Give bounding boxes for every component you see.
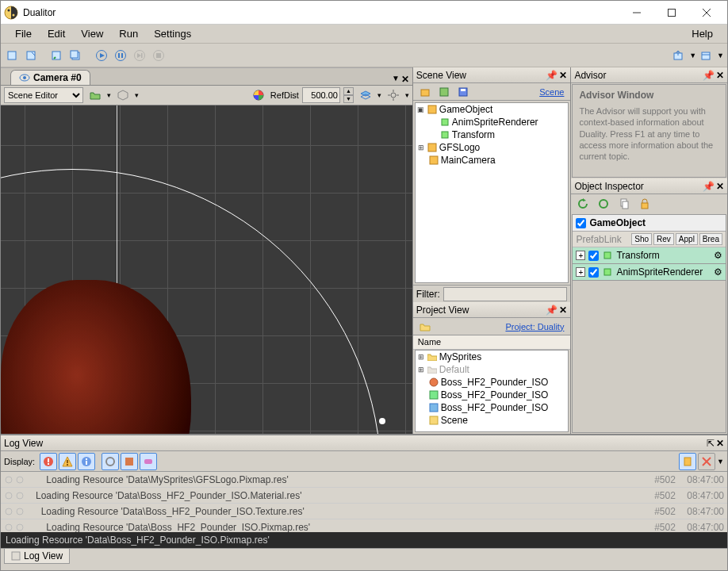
- play-icon[interactable]: [93, 47, 110, 64]
- component-row[interactable]: + Transform ⚙: [573, 247, 726, 264]
- tree-label[interactable]: Boss_HF2_Pounder_ISO: [441, 402, 548, 413]
- cube-icon[interactable]: [114, 86, 132, 104]
- prefab-show-button[interactable]: Sho: [631, 233, 652, 245]
- gear-icon[interactable]: ⚙: [714, 250, 722, 261]
- expander-icon[interactable]: ⊞: [417, 366, 425, 374]
- save-scene-icon[interactable]: [48, 47, 66, 64]
- project-tree[interactable]: ⊞MySprites ⊞Default Boss_HF2_Pounder_ISO…: [415, 350, 569, 432]
- expand-icon[interactable]: +: [576, 251, 585, 260]
- close-panel-icon[interactable]: ✕: [559, 305, 567, 316]
- close-button[interactable]: [689, 2, 724, 24]
- editor-filter-icon[interactable]: [121, 453, 138, 470]
- menu-settings[interactable]: Settings: [146, 26, 199, 41]
- tree-label[interactable]: MySprites: [439, 351, 481, 362]
- tab-close-icon[interactable]: ✕: [401, 74, 409, 85]
- save-all-icon[interactable]: [67, 47, 85, 64]
- pin-icon[interactable]: ⇱: [707, 438, 715, 449]
- auto-refresh-icon[interactable]: [595, 195, 612, 213]
- menu-file[interactable]: File: [7, 26, 40, 41]
- filter-input[interactable]: [443, 287, 568, 301]
- minimize-button[interactable]: [619, 2, 654, 24]
- stop-icon[interactable]: [150, 47, 167, 64]
- refresh-icon[interactable]: [574, 195, 592, 213]
- add-folder-icon[interactable]: [435, 83, 453, 101]
- scene-breadcrumb[interactable]: Scene: [539, 87, 567, 97]
- layers-icon[interactable]: [357, 86, 374, 104]
- close-panel-icon[interactable]: ✕: [716, 70, 724, 81]
- tree-label[interactable]: GFSLogo: [439, 142, 480, 153]
- lock-icon[interactable]: [636, 195, 653, 213]
- svg-rect-37: [440, 88, 448, 96]
- close-panel-icon[interactable]: ✕: [559, 70, 567, 81]
- save-icon[interactable]: [454, 83, 472, 101]
- expand-icon[interactable]: +: [576, 267, 585, 277]
- gear-icon[interactable]: ⚙: [714, 266, 722, 278]
- logview-tab[interactable]: Log View: [4, 549, 70, 564]
- tree-label[interactable]: Scene: [441, 415, 468, 426]
- game-filter-icon[interactable]: [140, 453, 157, 470]
- component-enabled-checkbox[interactable]: [588, 251, 599, 261]
- expander-icon[interactable]: ⊞: [417, 353, 425, 361]
- log-entry[interactable]: Loading Resource 'Data\Boss_HF2_Pounder_…: [1, 519, 727, 532]
- menu-help[interactable]: Help: [684, 26, 721, 41]
- tree-label[interactable]: AnimSpriteRenderer: [452, 117, 538, 128]
- component-enabled-checkbox[interactable]: [588, 267, 599, 278]
- tree-label[interactable]: GameObject: [439, 104, 492, 115]
- close-panel-icon[interactable]: ✕: [716, 181, 724, 192]
- refdist-down-icon[interactable]: ▼: [343, 95, 354, 103]
- warning-filter-icon[interactable]: [59, 453, 76, 470]
- expander-icon[interactable]: ⊞: [417, 144, 425, 151]
- prefab-apply-button[interactable]: Appl: [676, 233, 698, 245]
- pin-icon[interactable]: 📌: [703, 181, 715, 192]
- viewport-gizmo-handle[interactable]: [379, 418, 385, 424]
- editor-mode-select[interactable]: Scene Editor: [4, 87, 83, 103]
- autoscroll-icon[interactable]: [679, 453, 696, 470]
- project-breadcrumb[interactable]: Project: Duality: [505, 322, 567, 331]
- menu-run[interactable]: Run: [111, 26, 146, 41]
- clear-log-icon[interactable]: [698, 453, 715, 470]
- log-list[interactable]: Loading Resource 'Data\MySprites\GFSLogo…: [1, 472, 727, 532]
- pin-icon[interactable]: 📌: [703, 70, 715, 81]
- prefab-revert-button[interactable]: Rev: [653, 233, 674, 245]
- log-entry[interactable]: Loading Resource 'Data\Boss_HF2_Pounder_…: [1, 504, 727, 519]
- object-enabled-checkbox[interactable]: [576, 218, 586, 228]
- step-icon[interactable]: [131, 47, 148, 64]
- prefab-break-button[interactable]: Brea: [699, 233, 722, 245]
- menu-edit[interactable]: Edit: [40, 26, 73, 41]
- folder-icon[interactable]: [416, 318, 434, 335]
- add-object-icon[interactable]: [416, 83, 434, 101]
- package-icon[interactable]: [698, 47, 715, 64]
- color-icon[interactable]: [250, 86, 267, 104]
- pause-icon[interactable]: [112, 47, 129, 64]
- scene-tree[interactable]: ▣GameObject AnimSpriteRenderer Transform…: [415, 102, 569, 283]
- log-entry[interactable]: Loading Resource 'Data\Boss_HF2_Pounder_…: [1, 488, 727, 504]
- menu-view[interactable]: View: [73, 26, 111, 41]
- component-row[interactable]: + AnimSpriteRenderer ⚙: [573, 264, 726, 281]
- tree-label[interactable]: Boss_HF2_Pounder_ISO: [441, 389, 548, 400]
- log-entry[interactable]: Loading Resource 'Data\MySprites\GFSLogo…: [1, 472, 727, 488]
- expander-icon[interactable]: ▣: [417, 105, 425, 113]
- viewport[interactable]: [1, 105, 412, 434]
- camera-tab[interactable]: Camera #0: [10, 70, 90, 85]
- new-scene-icon[interactable]: [4, 47, 21, 64]
- open-scene-icon[interactable]: [23, 47, 40, 64]
- maximize-button[interactable]: [654, 2, 689, 24]
- tree-label[interactable]: MainCamera: [441, 155, 496, 166]
- tree-label[interactable]: Boss_HF2_Pounder_ISO: [441, 377, 548, 388]
- error-filter-icon[interactable]: [40, 453, 57, 470]
- folder-icon[interactable]: [86, 86, 104, 104]
- tab-menu-icon[interactable]: ▼: [392, 74, 400, 85]
- tree-label[interactable]: Default: [439, 364, 469, 375]
- tree-label[interactable]: Transform: [452, 129, 495, 140]
- column-header[interactable]: Name: [413, 335, 571, 350]
- refdist-up-icon[interactable]: ▲: [343, 87, 354, 95]
- core-filter-icon[interactable]: [102, 453, 119, 470]
- close-panel-icon[interactable]: ✕: [716, 438, 724, 449]
- publish-icon[interactable]: [670, 47, 688, 64]
- copy-icon[interactable]: [615, 195, 633, 213]
- pin-icon[interactable]: 📌: [546, 70, 557, 81]
- refdist-input[interactable]: [302, 87, 340, 103]
- pin-icon[interactable]: 📌: [546, 305, 557, 316]
- gear-icon[interactable]: [385, 86, 402, 104]
- info-filter-icon[interactable]: [78, 453, 95, 470]
